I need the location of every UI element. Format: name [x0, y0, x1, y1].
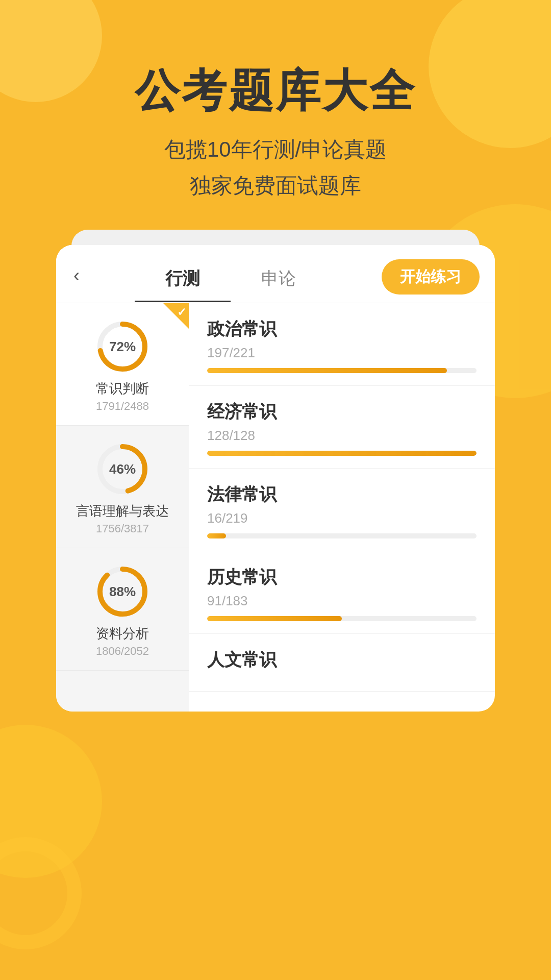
progress-bar-wrap-lishi: [207, 616, 477, 621]
category-name-changsji: 常识判断: [96, 380, 149, 398]
category-item-changshi[interactable]: ✓ 72% 常识判断 1791/2488: [56, 303, 189, 426]
ring-percent-ziliao: 88%: [109, 583, 136, 599]
main-title: 公考题库大全: [0, 66, 551, 116]
subject-name-falv: 法律常识: [207, 483, 477, 506]
check-icon: ✓: [177, 306, 186, 319]
progress-ring-ziliao: 88%: [94, 564, 151, 620]
subject-name-renwen: 人文常识: [207, 648, 477, 672]
card-body: ✓ 72% 常识判断 1791/2488: [56, 303, 495, 712]
ring-percent-changsji: 72%: [109, 338, 136, 354]
category-count-ziliao: 1806/2052: [96, 645, 149, 658]
right-panel: 政治常识 197/221 经济常识 128/128 法律常识: [189, 303, 495, 712]
category-count-yanyu: 1756/3817: [96, 522, 149, 535]
left-panel: ✓ 72% 常识判断 1791/2488: [56, 303, 189, 712]
subject-item-lishi[interactable]: 历史常识 91/183: [189, 551, 495, 634]
ring-percent-yanyu: 46%: [109, 461, 136, 477]
sub-title: 包揽10年行测/申论真题 独家免费面试题库: [0, 131, 551, 204]
category-name-yanyu: 言语理解与表达: [76, 502, 169, 520]
main-card: ‹ 行测 申论 开始练习 ✓: [56, 245, 495, 712]
progress-bar-wrap-zhengzhi: [207, 368, 477, 373]
sub-line2: 独家免费面试题库: [0, 167, 551, 204]
progress-bar-fill-jingji: [207, 451, 477, 456]
progress-bar-wrap-jingji: [207, 451, 477, 456]
progress-ring-yanyu: 46%: [94, 441, 151, 497]
subject-count-lishi: 91/183: [207, 593, 477, 609]
header-section: 公考题库大全 包揽10年行测/申论真题 独家免费面试题库: [0, 0, 551, 204]
subject-item-jingji[interactable]: 经济常识 128/128: [189, 386, 495, 469]
subject-item-falv[interactable]: 法律常识 16/219: [189, 469, 495, 551]
subject-count-jingji: 128/128: [207, 428, 477, 444]
subject-item-renwen[interactable]: 人文常识: [189, 634, 495, 692]
back-button[interactable]: ‹: [71, 265, 88, 297]
card-header: ‹ 行测 申论 开始练习: [56, 245, 495, 303]
progress-bar-fill-lishi: [207, 616, 342, 621]
sub-line1: 包揽10年行测/申论真题: [0, 131, 551, 167]
tab-hangjian[interactable]: 行测: [135, 261, 231, 302]
progress-bar-fill-zhengzhi: [207, 368, 447, 373]
tab-shenlun[interactable]: 申论: [231, 261, 327, 302]
progress-bar-fill-falv: [207, 533, 226, 538]
cards-container: ‹ 行测 申论 开始练习 ✓: [56, 245, 495, 712]
category-name-ziliao: 资料分析: [96, 625, 149, 643]
tab-group: 行测 申论: [88, 260, 373, 302]
category-item-yanyu[interactable]: 46% 言语理解与表达 1756/3817: [56, 426, 189, 548]
subject-name-jingji: 经济常识: [207, 400, 477, 424]
subject-item-zhengzhi[interactable]: 政治常识 197/221: [189, 303, 495, 386]
subject-name-lishi: 历史常识: [207, 566, 477, 589]
subject-count-falv: 16/219: [207, 510, 477, 526]
progress-bar-wrap-falv: [207, 533, 477, 538]
subject-name-zhengzhi: 政治常识: [207, 317, 477, 341]
progress-ring-changshi: 72%: [94, 318, 151, 375]
start-practice-button[interactable]: 开始练习: [382, 259, 480, 295]
subject-count-zhengzhi: 197/221: [207, 345, 477, 361]
category-item-ziliao[interactable]: 88% 资料分析 1806/2052: [56, 548, 189, 671]
category-count-changsji: 1791/2488: [96, 400, 149, 413]
